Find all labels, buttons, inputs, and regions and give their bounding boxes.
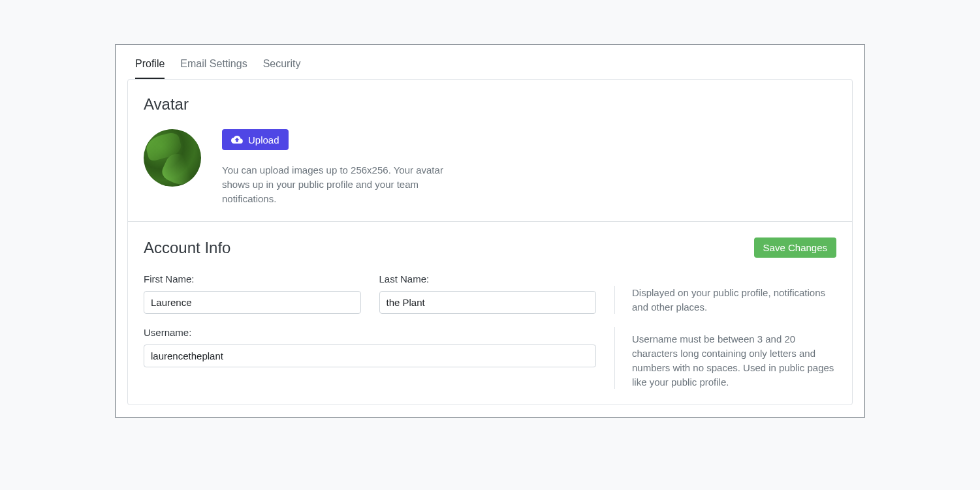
username-input[interactable] xyxy=(144,345,596,367)
name-hint: Displayed on your public profile, notifi… xyxy=(614,286,836,314)
upload-button-label: Upload xyxy=(248,134,279,145)
username-hint: Username must be between 3 and 20 charac… xyxy=(614,327,836,389)
cloud-upload-icon xyxy=(231,134,243,145)
account-info-title: Account Info xyxy=(144,239,230,257)
username-group: Username: xyxy=(144,327,596,367)
upload-button[interactable]: Upload xyxy=(222,129,289,150)
save-changes-button[interactable]: Save Changes xyxy=(754,237,836,258)
tabs-nav: Profile Email Settings Security xyxy=(127,45,853,79)
username-label: Username: xyxy=(144,327,596,338)
settings-panel: Avatar Upload You can upload images up t… xyxy=(127,79,853,405)
avatar-section: Avatar Upload You can upload images up t… xyxy=(128,80,852,221)
settings-container: Profile Email Settings Security Avatar U… xyxy=(115,44,865,418)
first-name-group: First Name: xyxy=(144,273,361,314)
tab-profile[interactable]: Profile xyxy=(135,53,165,79)
last-name-label: Last Name: xyxy=(379,273,597,284)
avatar xyxy=(144,129,201,187)
last-name-group: Last Name: xyxy=(379,273,597,314)
first-name-input[interactable] xyxy=(144,291,361,314)
save-changes-label: Save Changes xyxy=(763,242,827,253)
account-info-section: Account Info Save Changes First Name: La… xyxy=(128,221,852,405)
tab-email-settings[interactable]: Email Settings xyxy=(180,53,247,79)
first-name-label: First Name: xyxy=(144,273,361,284)
last-name-input[interactable] xyxy=(379,291,597,314)
tab-security[interactable]: Security xyxy=(263,53,301,79)
avatar-help-text: You can upload images up to 256x256. You… xyxy=(222,163,444,206)
avatar-section-title: Avatar xyxy=(144,95,189,114)
